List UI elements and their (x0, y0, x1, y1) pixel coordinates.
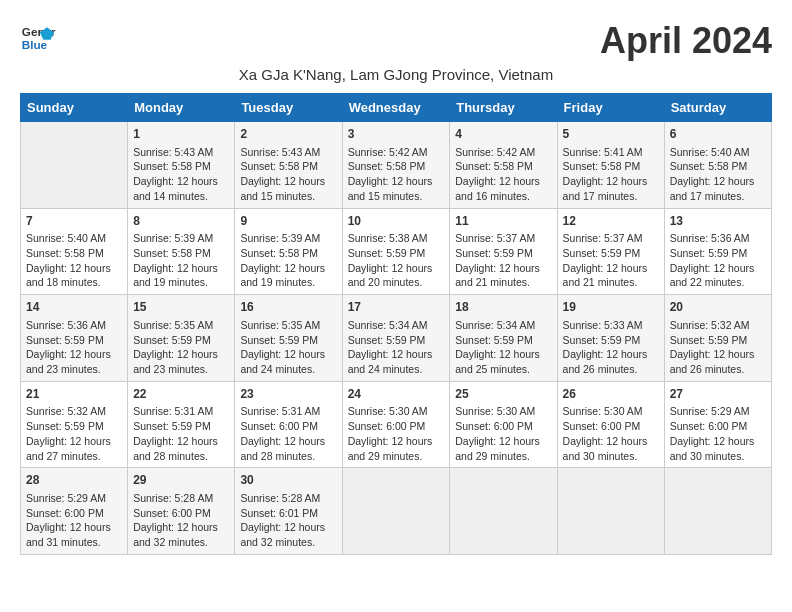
day-number: 12 (563, 213, 659, 230)
calendar-cell: 11Sunrise: 5:37 AM Sunset: 5:59 PM Dayli… (450, 208, 557, 295)
day-number: 29 (133, 472, 229, 489)
day-info: Sunrise: 5:39 AM Sunset: 5:58 PM Dayligh… (133, 231, 229, 290)
day-number: 22 (133, 386, 229, 403)
calendar-cell: 17Sunrise: 5:34 AM Sunset: 5:59 PM Dayli… (342, 295, 450, 382)
day-number: 17 (348, 299, 445, 316)
calendar-cell: 13Sunrise: 5:36 AM Sunset: 5:59 PM Dayli… (664, 208, 771, 295)
day-info: Sunrise: 5:36 AM Sunset: 5:59 PM Dayligh… (26, 318, 122, 377)
calendar-cell: 12Sunrise: 5:37 AM Sunset: 5:59 PM Dayli… (557, 208, 664, 295)
col-header-thursday: Thursday (450, 94, 557, 122)
calendar-cell: 8Sunrise: 5:39 AM Sunset: 5:58 PM Daylig… (128, 208, 235, 295)
day-number: 18 (455, 299, 551, 316)
col-header-monday: Monday (128, 94, 235, 122)
day-info: Sunrise: 5:39 AM Sunset: 5:58 PM Dayligh… (240, 231, 336, 290)
calendar-cell (664, 468, 771, 555)
day-number: 1 (133, 126, 229, 143)
day-number: 4 (455, 126, 551, 143)
calendar-cell: 20Sunrise: 5:32 AM Sunset: 5:59 PM Dayli… (664, 295, 771, 382)
day-number: 21 (26, 386, 122, 403)
day-number: 15 (133, 299, 229, 316)
calendar-cell: 3Sunrise: 5:42 AM Sunset: 5:58 PM Daylig… (342, 122, 450, 209)
calendar-cell: 26Sunrise: 5:30 AM Sunset: 6:00 PM Dayli… (557, 381, 664, 468)
calendar-cell: 21Sunrise: 5:32 AM Sunset: 5:59 PM Dayli… (21, 381, 128, 468)
day-info: Sunrise: 5:32 AM Sunset: 5:59 PM Dayligh… (26, 404, 122, 463)
day-info: Sunrise: 5:42 AM Sunset: 5:58 PM Dayligh… (348, 145, 445, 204)
day-number: 19 (563, 299, 659, 316)
col-header-tuesday: Tuesday (235, 94, 342, 122)
day-info: Sunrise: 5:40 AM Sunset: 5:58 PM Dayligh… (670, 145, 766, 204)
logo: General Blue (20, 20, 56, 56)
calendar-cell: 10Sunrise: 5:38 AM Sunset: 5:59 PM Dayli… (342, 208, 450, 295)
day-number: 20 (670, 299, 766, 316)
day-info: Sunrise: 5:35 AM Sunset: 5:59 PM Dayligh… (133, 318, 229, 377)
day-info: Sunrise: 5:30 AM Sunset: 6:00 PM Dayligh… (348, 404, 445, 463)
day-number: 5 (563, 126, 659, 143)
day-number: 27 (670, 386, 766, 403)
day-info: Sunrise: 5:43 AM Sunset: 5:58 PM Dayligh… (240, 145, 336, 204)
day-number: 13 (670, 213, 766, 230)
calendar-cell: 5Sunrise: 5:41 AM Sunset: 5:58 PM Daylig… (557, 122, 664, 209)
calendar-cell: 2Sunrise: 5:43 AM Sunset: 5:58 PM Daylig… (235, 122, 342, 209)
day-number: 10 (348, 213, 445, 230)
day-info: Sunrise: 5:35 AM Sunset: 5:59 PM Dayligh… (240, 318, 336, 377)
calendar-title: April 2024 (600, 20, 772, 62)
calendar-cell: 6Sunrise: 5:40 AM Sunset: 5:58 PM Daylig… (664, 122, 771, 209)
calendar-cell: 9Sunrise: 5:39 AM Sunset: 5:58 PM Daylig… (235, 208, 342, 295)
calendar-cell: 18Sunrise: 5:34 AM Sunset: 5:59 PM Dayli… (450, 295, 557, 382)
day-number: 11 (455, 213, 551, 230)
calendar-cell: 29Sunrise: 5:28 AM Sunset: 6:00 PM Dayli… (128, 468, 235, 555)
day-info: Sunrise: 5:32 AM Sunset: 5:59 PM Dayligh… (670, 318, 766, 377)
day-number: 8 (133, 213, 229, 230)
calendar-cell: 23Sunrise: 5:31 AM Sunset: 6:00 PM Dayli… (235, 381, 342, 468)
day-number: 23 (240, 386, 336, 403)
calendar-cell: 27Sunrise: 5:29 AM Sunset: 6:00 PM Dayli… (664, 381, 771, 468)
calendar-cell: 22Sunrise: 5:31 AM Sunset: 5:59 PM Dayli… (128, 381, 235, 468)
calendar-cell: 4Sunrise: 5:42 AM Sunset: 5:58 PM Daylig… (450, 122, 557, 209)
day-info: Sunrise: 5:31 AM Sunset: 6:00 PM Dayligh… (240, 404, 336, 463)
day-info: Sunrise: 5:30 AM Sunset: 6:00 PM Dayligh… (455, 404, 551, 463)
day-info: Sunrise: 5:38 AM Sunset: 5:59 PM Dayligh… (348, 231, 445, 290)
day-info: Sunrise: 5:28 AM Sunset: 6:01 PM Dayligh… (240, 491, 336, 550)
day-number: 6 (670, 126, 766, 143)
day-number: 24 (348, 386, 445, 403)
day-info: Sunrise: 5:41 AM Sunset: 5:58 PM Dayligh… (563, 145, 659, 204)
day-info: Sunrise: 5:37 AM Sunset: 5:59 PM Dayligh… (563, 231, 659, 290)
calendar-cell: 16Sunrise: 5:35 AM Sunset: 5:59 PM Dayli… (235, 295, 342, 382)
day-info: Sunrise: 5:36 AM Sunset: 5:59 PM Dayligh… (670, 231, 766, 290)
calendar-cell: 25Sunrise: 5:30 AM Sunset: 6:00 PM Dayli… (450, 381, 557, 468)
day-number: 26 (563, 386, 659, 403)
day-info: Sunrise: 5:40 AM Sunset: 5:58 PM Dayligh… (26, 231, 122, 290)
calendar-cell: 15Sunrise: 5:35 AM Sunset: 5:59 PM Dayli… (128, 295, 235, 382)
day-info: Sunrise: 5:31 AM Sunset: 5:59 PM Dayligh… (133, 404, 229, 463)
day-info: Sunrise: 5:37 AM Sunset: 5:59 PM Dayligh… (455, 231, 551, 290)
day-number: 2 (240, 126, 336, 143)
day-number: 28 (26, 472, 122, 489)
calendar-cell (450, 468, 557, 555)
calendar-cell: 7Sunrise: 5:40 AM Sunset: 5:58 PM Daylig… (21, 208, 128, 295)
day-info: Sunrise: 5:33 AM Sunset: 5:59 PM Dayligh… (563, 318, 659, 377)
calendar-cell: 1Sunrise: 5:43 AM Sunset: 5:58 PM Daylig… (128, 122, 235, 209)
calendar-table: SundayMondayTuesdayWednesdayThursdayFrid… (20, 93, 772, 555)
subtitle: Xa GJa K'Nang, Lam GJong Province, Vietn… (20, 66, 772, 83)
day-info: Sunrise: 5:43 AM Sunset: 5:58 PM Dayligh… (133, 145, 229, 204)
day-info: Sunrise: 5:29 AM Sunset: 6:00 PM Dayligh… (670, 404, 766, 463)
calendar-cell: 28Sunrise: 5:29 AM Sunset: 6:00 PM Dayli… (21, 468, 128, 555)
calendar-cell: 19Sunrise: 5:33 AM Sunset: 5:59 PM Dayli… (557, 295, 664, 382)
col-header-wednesday: Wednesday (342, 94, 450, 122)
day-number: 3 (348, 126, 445, 143)
day-number: 14 (26, 299, 122, 316)
day-number: 16 (240, 299, 336, 316)
day-number: 9 (240, 213, 336, 230)
col-header-saturday: Saturday (664, 94, 771, 122)
calendar-cell (557, 468, 664, 555)
day-number: 30 (240, 472, 336, 489)
day-info: Sunrise: 5:28 AM Sunset: 6:00 PM Dayligh… (133, 491, 229, 550)
day-info: Sunrise: 5:30 AM Sunset: 6:00 PM Dayligh… (563, 404, 659, 463)
calendar-cell (342, 468, 450, 555)
calendar-cell: 14Sunrise: 5:36 AM Sunset: 5:59 PM Dayli… (21, 295, 128, 382)
col-header-sunday: Sunday (21, 94, 128, 122)
day-number: 7 (26, 213, 122, 230)
day-info: Sunrise: 5:29 AM Sunset: 6:00 PM Dayligh… (26, 491, 122, 550)
calendar-cell: 30Sunrise: 5:28 AM Sunset: 6:01 PM Dayli… (235, 468, 342, 555)
day-number: 25 (455, 386, 551, 403)
